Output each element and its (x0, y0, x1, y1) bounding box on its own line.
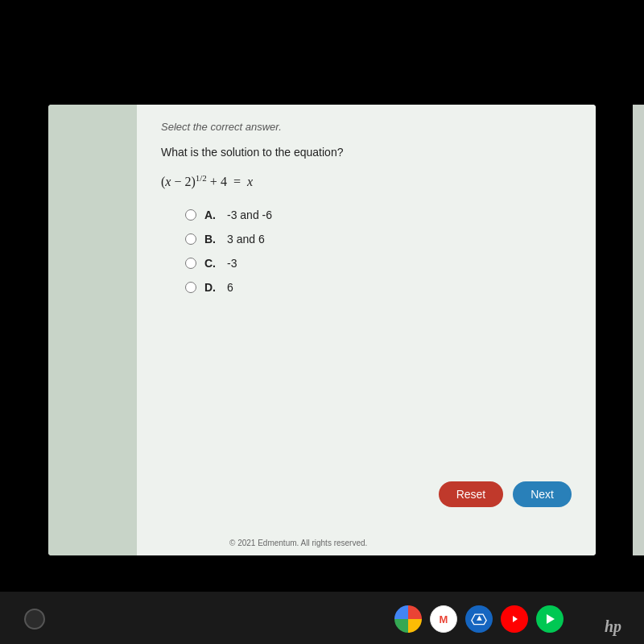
option-a[interactable]: A. -3 and -6 (185, 208, 572, 221)
drive-icon[interactable] (465, 605, 493, 633)
dot-indicator (24, 609, 45, 630)
question-text: What is the solution to the equation? (161, 146, 572, 159)
action-buttons: Reset Next (439, 481, 572, 507)
youtube-icon[interactable] (501, 605, 528, 633)
radio-d[interactable] (185, 282, 196, 293)
option-d[interactable]: D. 6 (185, 281, 572, 294)
instruction-text: Select the correct answer. (161, 121, 572, 133)
equation-display: (x − 2)1/2 + 4 = x (161, 173, 572, 189)
play-icon[interactable] (536, 605, 564, 633)
content-area: Select the correct answer. What is the s… (137, 105, 596, 555)
answer-options: A. -3 and -6 B. 3 and 6 C. -3 D. 6 (185, 208, 572, 294)
chrome-icon[interactable] (394, 605, 422, 633)
label-c: C. (204, 257, 216, 270)
left-sidebar (48, 105, 137, 555)
play-svg (543, 612, 557, 626)
svg-marker-2 (547, 614, 555, 624)
radio-b[interactable] (185, 233, 196, 245)
option-c-text: -3 (227, 257, 237, 270)
gmail-icon[interactable]: M (430, 605, 457, 633)
taskbar-icons-row: M (394, 605, 564, 633)
option-b[interactable]: B. 3 and 6 (185, 233, 572, 246)
label-b: B. (204, 233, 216, 246)
equation-exponent: 1/2 (196, 173, 207, 183)
option-d-text: 6 (227, 281, 233, 294)
option-c[interactable]: C. -3 (185, 257, 572, 270)
reset-button[interactable]: Reset (439, 481, 504, 507)
youtube-svg (507, 613, 522, 625)
next-button[interactable]: Next (513, 481, 572, 507)
radio-a[interactable] (185, 209, 196, 221)
drive-svg (471, 611, 487, 627)
label-d: D. (204, 281, 216, 294)
option-a-text: -3 and -6 (227, 208, 272, 221)
label-a: A. (204, 208, 216, 221)
quiz-screen: Select the correct answer. What is the s… (48, 105, 596, 555)
hp-logo: hp (605, 617, 621, 636)
radio-c[interactable] (185, 258, 196, 269)
footer-text: © 2021 Edmentum. All rights reserved. (229, 539, 367, 547)
right-edge-bar (633, 105, 644, 555)
option-b-text: 3 and 6 (227, 233, 265, 246)
